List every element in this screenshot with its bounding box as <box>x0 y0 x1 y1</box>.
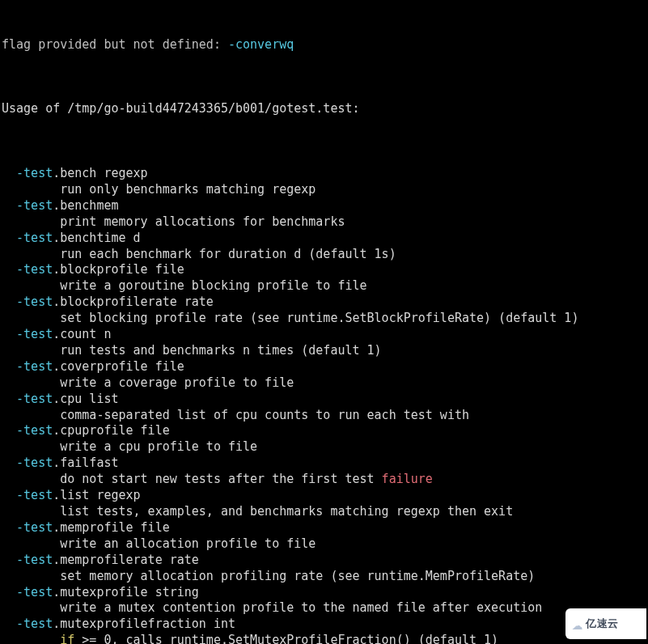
flag-desc-line: if >= 0, calls runtime.SetMutexProfileFr… <box>2 633 646 644</box>
partial-top-line: flag provided but not defined: -converwq <box>2 37 646 53</box>
flag-prefix: -test <box>16 616 53 631</box>
flag-line: -test.memprofilerate rate <box>2 553 646 569</box>
flag-line: -test.benchtime d <box>2 231 646 247</box>
flag-line: -test.mutexprofilefraction int <box>2 616 646 633</box>
flag-desc-line: list tests, examples, and benchmarks mat… <box>2 504 646 520</box>
flag-prefix: -test <box>16 359 53 374</box>
flag-line: -test.memprofile file <box>2 520 646 536</box>
flag-name: .blockprofile file <box>53 262 184 277</box>
flag-line: -test.blockprofile file <box>2 262 646 278</box>
flag-name: .benchtime d <box>53 231 140 245</box>
flag-line: -test.cpuprofile file <box>2 423 646 439</box>
flag-prefix: -test <box>16 327 53 341</box>
flag-name: .cpu list <box>53 392 118 406</box>
flag-prefix: -test <box>16 262 53 277</box>
flag-name: .blockprofilerate rate <box>53 294 214 309</box>
flag-prefix: -test <box>16 488 53 502</box>
flag-line: -test.benchmem <box>2 198 646 214</box>
flag-prefix: -test <box>16 585 53 600</box>
flag-name: .list regexp <box>53 488 140 502</box>
flag-name: .memprofilerate rate <box>53 553 199 567</box>
terminal-output[interactable]: flag provided but not defined: -converwq… <box>0 0 648 644</box>
flag-name: .bench regexp <box>53 166 147 180</box>
usage-line: Usage of /tmp/go-build447243365/b001/got… <box>2 101 646 117</box>
flag-prefix: -test <box>16 198 53 213</box>
flag-desc-line: set blocking profile rate (see runtime.S… <box>2 311 646 327</box>
cloud-icon: ☁ <box>572 615 582 633</box>
flag-line: -test.mutexprofile string <box>2 585 646 601</box>
flag-name: .memprofile file <box>53 520 170 535</box>
flag-desc-line: write a mutex contention profile to the … <box>2 600 646 616</box>
flag-desc-line: run each benchmark for duration d (defau… <box>2 247 646 263</box>
flag-error-name: -converwq <box>228 37 294 52</box>
flag-desc-line: print memory allocations for benchmarks <box>2 214 646 231</box>
flag-name: .mutexprofilefraction int <box>53 616 235 631</box>
flag-prefix: -test <box>16 553 53 567</box>
flag-name: .failfast <box>53 455 118 470</box>
brand-widget[interactable]: ☁ 亿速云 <box>565 608 646 639</box>
flag-name: .cpuprofile file <box>53 423 170 438</box>
flag-desc-line: write a cpu profile to file <box>2 439 646 455</box>
flag-prefix: -test <box>16 166 53 180</box>
flag-desc-line: write an allocation profile to file <box>2 536 646 553</box>
flag-name: .count n <box>53 327 111 341</box>
flag-line: -test.bench regexp <box>2 166 646 182</box>
flag-prefix: -test <box>16 423 53 438</box>
flag-prefix: -test <box>16 455 53 470</box>
flag-desc-line: comma-separated list of cpu counts to ru… <box>2 408 646 424</box>
flag-name: .mutexprofile string <box>53 585 199 600</box>
flag-name: .coverprofile file <box>53 359 184 374</box>
flag-desc-line: run tests and benchmarks n times (defaul… <box>2 343 646 359</box>
flag-line: -test.failfast <box>2 455 646 472</box>
flag-line: -test.blockprofilerate rate <box>2 294 646 311</box>
flag-desc-line: write a goroutine blocking profile to fi… <box>2 278 646 294</box>
flag-line: -test.coverprofile file <box>2 359 646 375</box>
flag-desc-line: do not start new tests after the first t… <box>2 472 646 488</box>
flag-desc-line: run only benchmarks matching regexp <box>2 182 646 198</box>
flag-error-text: flag provided but not defined: <box>2 37 228 52</box>
flag-name: .benchmem <box>53 198 118 213</box>
flag-line: -test.list regexp <box>2 488 646 504</box>
flag-line: -test.cpu list <box>2 392 646 408</box>
flags-list: -test.bench regexp run only benchmarks m… <box>2 166 646 644</box>
flag-line: -test.count n <box>2 327 646 343</box>
flag-prefix: -test <box>16 392 53 406</box>
brand-name: 亿速云 <box>586 616 619 632</box>
flag-desc-line: set memory allocation profiling rate (se… <box>2 569 646 585</box>
flag-desc-line: write a coverage profile to file <box>2 375 646 392</box>
flag-prefix: -test <box>16 231 53 245</box>
flag-prefix: -test <box>16 294 53 309</box>
flag-prefix: -test <box>16 520 53 535</box>
